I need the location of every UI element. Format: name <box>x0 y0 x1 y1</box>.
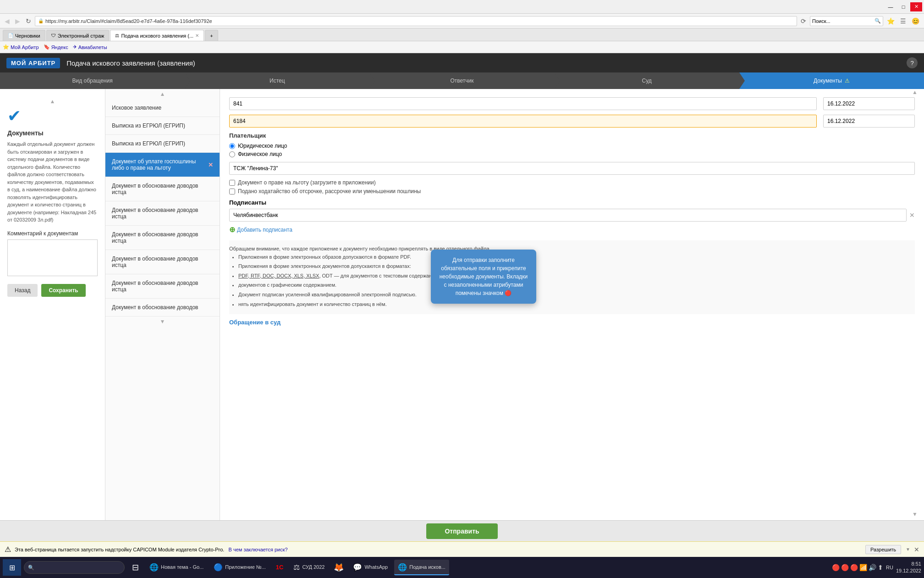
notice-item-2: Приложения в форме электронных документо… <box>238 262 915 271</box>
doc-item-10[interactable]: Документ в обоснование доводов <box>105 299 220 317</box>
form-scroll-down[interactable]: ▼ <box>912 511 918 517</box>
field1-date[interactable]: 16.12.2022 <box>823 97 915 110</box>
checkbox-label-2: Подано ходатайство об отсрочке, рассрочк… <box>238 188 421 195</box>
payer-radio-input-2[interactable] <box>229 151 235 157</box>
maximize-button[interactable]: □ <box>897 2 909 11</box>
notice-item-4: документов с графическим содержанием. <box>238 281 915 289</box>
back-button[interactable]: Назад <box>7 284 38 297</box>
capicom-link[interactable]: В чем заключается риск? <box>229 547 288 552</box>
step-sud[interactable]: Суд <box>555 72 739 89</box>
doc-item-8[interactable]: Документ в обоснование доводов истца <box>105 250 220 274</box>
taskbar-app-blue[interactable]: 🔵 Приложение №... <box>210 560 270 575</box>
doc-item-7[interactable]: Документ в обоснование доводов истца <box>105 226 220 250</box>
capicom-allow-button[interactable]: Разрешить <box>865 545 901 554</box>
payer-radio-2[interactable]: Физическое лицо <box>229 151 915 157</box>
capicom-close-button[interactable]: ✕ <box>914 546 919 553</box>
checkbox-input-1[interactable] <box>229 180 235 186</box>
payer-radio-input-1[interactable] <box>229 143 235 149</box>
tab-electro[interactable]: 🛡 Электронный страж <box>46 30 110 41</box>
save-button[interactable]: Сохранить <box>41 284 85 297</box>
doc-item-9[interactable]: Документ в обоснование доводов истца <box>105 274 220 299</box>
comment-textarea[interactable] <box>7 239 98 276</box>
step-dokumenty[interactable]: Документы ⚠ <box>739 72 924 89</box>
start-button[interactable]: ⊞ <box>3 559 21 576</box>
tab-podacha[interactable]: ⚖ Подача искового заявления (... ✕ <box>110 30 204 41</box>
tray-icon-4[interactable]: 📶 <box>859 564 867 571</box>
form-row-2: 6184 16.12.2022 <box>229 115 915 128</box>
bookmarks-bar: ⭐ Мой Арбитр 🔖 Яндекс ✈ Авиабилеты <box>0 41 924 53</box>
favorites-icon[interactable]: ⭐ <box>885 17 896 26</box>
reload-button[interactable]: ↻ <box>24 17 33 26</box>
doc-item-3[interactable]: Выписка из ЕГРЮЛ (ЕГРИП) <box>105 135 220 153</box>
doc-item-2[interactable]: Выписка из ЕГРЮЛ (ЕГРИП) <box>105 117 220 135</box>
doc-item-4[interactable]: Документ об уплате госпошлины либо о пра… <box>105 153 220 177</box>
organization-input[interactable]: ТСЖ "Ленина-73" <box>229 162 915 175</box>
signer-remove-button[interactable]: ✕ <box>909 211 915 219</box>
forward-button[interactable]: ▶ <box>13 17 22 26</box>
search-icon: 🔍 <box>28 565 34 571</box>
tab-close-3[interactable]: ✕ <box>195 33 199 38</box>
checkbox-1[interactable]: Документ о праве на льготу (загрузите в … <box>229 179 915 186</box>
payer-title: Плательщик <box>229 132 915 139</box>
doclist-scroll-up[interactable]: ▲ <box>105 89 220 99</box>
doc-item-5[interactable]: Документ в обоснование доводов истца <box>105 177 220 201</box>
field1-input[interactable]: 841 <box>229 97 817 110</box>
back-button[interactable]: ◀ <box>3 17 11 26</box>
lock-icon: 🔒 <box>38 18 44 23</box>
tab-chernovik[interactable]: 📄 Черновики <box>3 30 45 41</box>
form-scroll-up[interactable]: ▲ <box>912 89 918 95</box>
menu-icon[interactable]: ☰ <box>898 17 908 26</box>
capicom-icon: ⚠ <box>5 545 11 554</box>
help-button[interactable]: ? <box>907 57 918 68</box>
checkbox-2[interactable]: Подано ходатайство об отсрочке, рассрочк… <box>229 188 915 195</box>
add-signer-button[interactable]: ⊕ Добавить подписанта <box>229 225 915 234</box>
reload-btn2[interactable]: ⟳ <box>799 17 808 26</box>
field2-input[interactable]: 6184 <box>229 115 817 128</box>
step-vid-obrasheniya[interactable]: Вид обращения <box>0 72 185 89</box>
step-istec[interactable]: Истец <box>185 72 369 89</box>
user-icon[interactable]: 😊 <box>910 17 921 26</box>
search-box[interactable]: Поиск... 🔍 <box>810 16 883 26</box>
bookmark-avia[interactable]: ✈ Авиабилеты <box>73 44 107 50</box>
tray-icon-2[interactable]: 🔴 <box>841 564 849 571</box>
tray-icon-5[interactable]: 🔊 <box>869 564 876 571</box>
lang-indicator[interactable]: RU <box>886 565 893 570</box>
capicom-text: Эта веб-страница пытается запустить надс… <box>15 547 862 552</box>
doc-item-1[interactable]: Исковое заявление <box>105 99 220 117</box>
taskbar-app-podacha[interactable]: 🌐 Подача исков... <box>394 560 449 575</box>
tray-icon-1[interactable]: 🔴 <box>832 564 840 571</box>
minimize-button[interactable]: — <box>885 2 896 11</box>
bookmark-myarbitr[interactable]: ⭐ Мой Арбитр <box>3 44 39 50</box>
bookmark-yandex[interactable]: 🔖 Яндекс <box>44 44 68 50</box>
close-button[interactable]: ✕ <box>910 2 922 11</box>
taskbar-app-chrome[interactable]: 🌐 Новая тема - Go... <box>146 560 207 575</box>
submit-button[interactable]: Отправить <box>426 523 497 539</box>
tray-icon-3[interactable]: 🔴 <box>850 564 858 571</box>
step-otvetshik[interactable]: Ответчик <box>369 72 554 89</box>
payer-radio-1[interactable]: Юридическое лицо <box>229 143 915 149</box>
tray-icon-6[interactable]: ⬆ <box>878 564 883 571</box>
field2-date[interactable]: 16.12.2022 <box>823 115 915 128</box>
taskbar-app-1c[interactable]: 1С <box>272 560 287 575</box>
doc-remove-4[interactable]: ✕ <box>208 161 213 168</box>
doc-item-6[interactable]: Документ в обоснование доводов истца <box>105 201 220 226</box>
taskbar-search[interactable]: 🔍 <box>24 561 125 574</box>
address-bar[interactable]: 🔒 https://my.arbitr.ru/Claim/#claim/8d5e… <box>35 16 797 26</box>
taskbar-clock[interactable]: 8:51 19.12.2022 <box>896 561 921 575</box>
taskbar-firefox-icon[interactable]: 🦊 <box>331 560 346 575</box>
checkbox-input-2[interactable] <box>229 189 235 195</box>
bookmark-icon-2: 🔖 <box>44 44 50 50</box>
tab-label-2: Электронный страж <box>58 33 104 39</box>
capicom-dropdown[interactable]: ▼ <box>906 547 910 552</box>
taskbar-app-label-2: Приложение №... <box>225 564 266 570</box>
system-tray: 🔴 🔴 🔴 📶 🔊 ⬆ RU 8:51 19.12.2022 <box>832 561 921 575</box>
signer-input[interactable] <box>229 209 907 222</box>
checkmark-icon: ✔ <box>7 106 98 126</box>
doclist-scroll-down[interactable]: ▼ <box>105 317 220 327</box>
sidebar-scroll-up[interactable]: ▲ <box>7 96 98 106</box>
tab-new[interactable]: + <box>205 30 218 41</box>
taskbar-view-icon[interactable]: ⊟ <box>127 560 143 575</box>
taskbar-app-sud[interactable]: ⚖ СУД 2022 <box>290 560 328 575</box>
taskbar-app-whatsapp[interactable]: 💬 WhatsApp <box>349 560 391 575</box>
app-logo[interactable]: МОЙ АРБИТР <box>6 58 60 68</box>
